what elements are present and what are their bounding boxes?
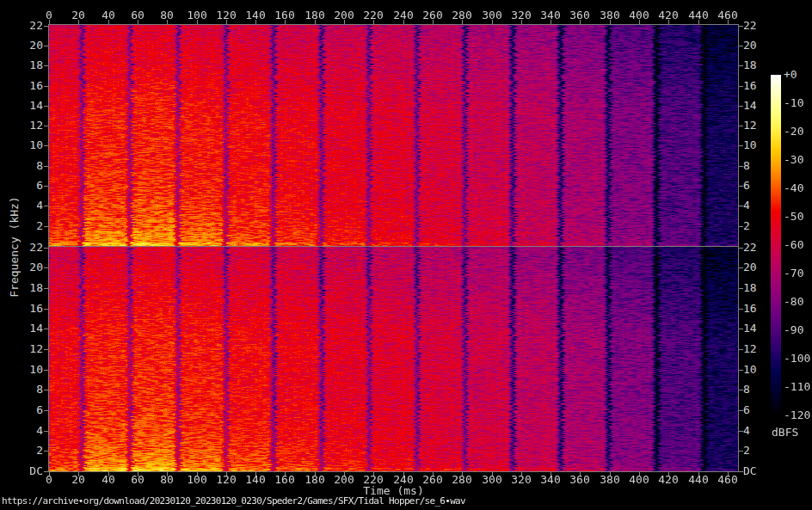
colorbar-tick-label: -60 [784, 239, 803, 251]
freq-tick-label: 8 [14, 160, 43, 172]
freq-tick-mark [44, 309, 48, 310]
colorbar-tick-label: -30 [784, 154, 803, 166]
freq-tick-mark [44, 267, 48, 268]
freq-tick-mark [44, 471, 48, 472]
colorbar-tick-label: -90 [784, 324, 803, 336]
colorbar-tick-label: -50 [784, 211, 803, 223]
colorbar-tick-label: -70 [784, 267, 803, 280]
freq-tick-label: 18 [743, 59, 778, 71]
colorbar-tick-label: -120 [784, 409, 810, 421]
freq-tick-label: 10 [14, 364, 43, 376]
freq-tick-label: 6 [14, 404, 43, 416]
colorbar-gradient [771, 75, 781, 416]
freq-tick-label: 22 [14, 20, 43, 32]
freq-tick-mark [44, 166, 48, 167]
freq-tick-mark [44, 106, 48, 107]
freq-tick-label: 22 [743, 20, 778, 32]
spectrogram-figure: 0020204040606080801001001201201401401601… [0, 0, 812, 510]
freq-tick-label: 4 [14, 425, 43, 437]
freq-tick-label: 18 [14, 59, 43, 71]
freq-tick-mark [44, 451, 48, 452]
freq-tick-mark [44, 126, 48, 126]
freq-tick-mark [44, 410, 48, 411]
freq-tick-label: 14 [14, 323, 43, 335]
time-tick-label: 160 [268, 9, 302, 22]
freq-tick-label: 2 [743, 445, 778, 457]
colorbar-tick-label: -110 [784, 381, 810, 393]
freq-tick-label: 8 [14, 384, 43, 396]
channel-separator-line [49, 246, 738, 247]
freq-tick-label: DC [743, 465, 778, 477]
time-tick-label: 80 [150, 9, 184, 22]
time-tick-label: 460 [710, 9, 745, 22]
freq-tick-label: 20 [743, 40, 778, 52]
freq-tick-mark [44, 226, 48, 227]
freq-tick-mark [44, 431, 48, 432]
time-tick-label: 20 [61, 9, 95, 22]
colorbar-tick-label: -10 [784, 97, 803, 109]
freq-tick-mark [44, 145, 48, 146]
freq-tick-label: 10 [14, 139, 43, 151]
colorbar-tick-label: +0 [784, 69, 797, 81]
spectrogram-canvas-bottom-channel [49, 247, 738, 471]
colorbar-tick-label: -40 [784, 182, 803, 194]
freq-tick-mark [44, 288, 48, 289]
time-tick-label: 420 [651, 9, 686, 22]
freq-tick-label: 12 [14, 120, 43, 132]
freq-tick-mark [44, 206, 48, 206]
time-tick-label: 360 [563, 9, 597, 22]
colorbar-tick-label: -100 [784, 353, 810, 365]
freq-tick-label: 16 [14, 80, 43, 92]
freq-tick-mark [44, 86, 48, 87]
spectrogram-canvas-top-channel [49, 25, 738, 246]
colorbar-title: dBFS [772, 426, 798, 439]
time-tick-label: 220 [356, 9, 391, 22]
freq-tick-label: 14 [14, 100, 43, 112]
freq-tick-label: 16 [14, 303, 43, 315]
freq-tick-mark [44, 390, 48, 390]
freq-tick-label: 12 [14, 343, 43, 355]
freq-tick-mark [44, 248, 48, 249]
freq-tick-label: DC [14, 465, 43, 477]
freq-tick-label: 6 [14, 180, 43, 192]
source-url-text: https://archive•org/download/20230120_20… [2, 495, 465, 507]
freq-tick-mark [44, 65, 48, 66]
freq-tick-label: 2 [14, 445, 43, 457]
freq-tick-mark [44, 26, 48, 27]
colorbar-tick-label: -20 [784, 126, 803, 138]
time-tick-label: 280 [445, 9, 479, 22]
freq-tick-label: 20 [14, 40, 43, 52]
freq-tick-mark [44, 186, 48, 187]
colorbar-tick-label: -80 [784, 296, 803, 308]
frequency-axis-title: Frequency (kHz) [8, 196, 21, 297]
freq-tick-mark [44, 329, 48, 329]
freq-tick-mark [44, 370, 48, 371]
freq-tick-mark [44, 46, 48, 46]
freq-tick-mark [44, 349, 48, 350]
